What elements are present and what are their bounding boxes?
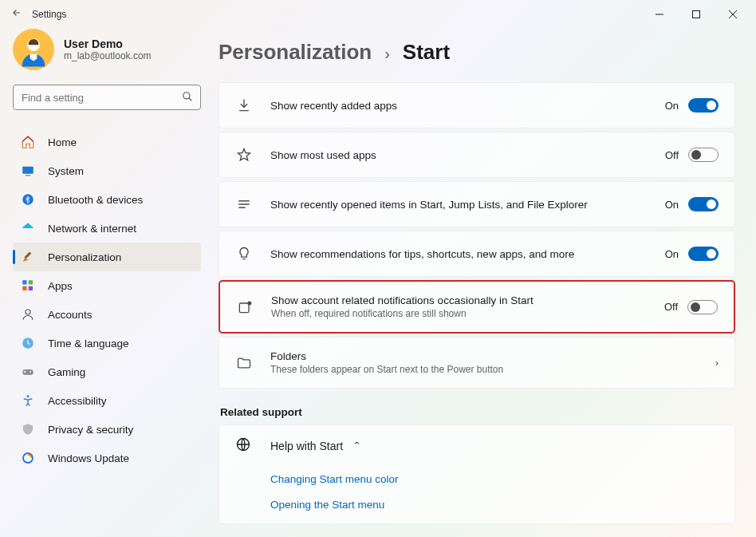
nav-label: Network & internet [48,223,136,235]
breadcrumb-parent[interactable]: Personalization [219,40,372,65]
nav-system[interactable]: System [13,156,201,185]
setting-most-used: Show most used apps Off [219,132,735,178]
accounts-icon [21,307,35,322]
svg-rect-13 [22,280,26,284]
svg-point-21 [30,371,31,373]
accessibility-icon [21,393,35,408]
setting-label: Show recently opened items in Start, Jum… [270,199,665,211]
breadcrumb-current: Start [403,40,450,65]
profile-block[interactable]: User Demo m_lab@outlook.com [13,29,201,85]
search-input[interactable] [13,85,201,110]
system-icon [21,164,35,178]
svg-point-28 [247,301,251,305]
related-support-title: Related support [220,406,735,418]
nav-label: Home [48,136,77,148]
nav-gaming[interactable]: Gaming [13,357,201,386]
notification-card-icon [236,298,254,316]
nav-time[interactable]: Time & language [13,329,201,357]
user-name: User Demo [64,38,152,50]
folder-icon [235,354,253,372]
nav: Home System Bluetooth & devices Network … [13,128,201,472]
nav-accessibility[interactable]: Accessibility [13,386,201,415]
toggle-account-notifications[interactable] [687,300,718,314]
avatar [13,29,54,70]
setting-label: Folders [270,350,706,362]
setting-label: Show account related notifications occas… [271,294,664,306]
minimize-button[interactable] [641,2,678,27]
setting-sublabel: When off, required notifications are sti… [271,308,664,319]
svg-rect-16 [29,286,33,290]
nav-label: System [48,165,84,177]
link-opening-start[interactable]: Opening the Start menu [270,499,384,511]
search-icon [182,91,193,105]
svg-rect-8 [22,167,33,174]
nav-accounts[interactable]: Accounts [13,300,201,329]
window-title: Settings [32,9,66,20]
privacy-icon [21,422,35,436]
svg-rect-15 [22,286,26,290]
chevron-right-icon: › [715,357,719,369]
nav-label: Time & language [48,338,129,349]
main-content: Personalization › Start Show recently ad… [214,29,756,537]
setting-folders[interactable]: Folders These folders appear on Start ne… [219,337,735,389]
download-icon [235,97,253,114]
toggle-state: Off [664,301,678,313]
bulb-icon [235,245,253,263]
nav-personalization[interactable]: Personalization [13,243,201,271]
maximize-button[interactable] [678,2,715,27]
toggle-recommendations[interactable] [688,247,719,261]
toggle-most-used[interactable] [688,148,719,162]
toggle-recently-added[interactable] [688,98,719,113]
link-changing-color[interactable]: Changing Start menu color [270,473,399,485]
update-icon [21,451,35,465]
breadcrumb: Personalization › Start [219,40,735,65]
nav-home[interactable]: Home [13,128,201,156]
setting-recent-items: Show recently opened items in Start, Jum… [219,181,735,227]
chevron-right-icon: › [384,45,390,63]
user-email: m_lab@outlook.com [64,50,152,61]
setting-label: Show recently added apps [270,100,665,112]
svg-point-17 [26,310,30,314]
nav-privacy[interactable]: Privacy & security [13,415,201,444]
toggle-state: On [665,248,679,260]
svg-rect-10 [26,175,30,176]
apps-icon [21,278,35,293]
setting-recently-added: Show recently added apps On [219,82,735,128]
sidebar: User Demo m_lab@outlook.com Home System … [0,29,214,537]
back-button[interactable] [11,7,32,22]
nav-update[interactable]: Windows Update [13,444,201,472]
nav-label: Windows Update [48,452,129,464]
bluetooth-icon [21,192,35,207]
setting-label: Show most used apps [270,149,665,161]
home-icon [21,135,35,149]
personalization-icon [21,250,35,264]
nav-label: Accessibility [48,395,107,407]
svg-line-7 [189,98,192,101]
toggle-state: On [665,100,679,112]
star-icon [235,146,253,164]
titlebar: Settings [0,0,756,29]
nav-apps[interactable]: Apps [13,271,201,300]
setting-account-notifications: Show account related notifications occas… [219,280,735,334]
nav-network[interactable]: Network & internet [13,214,201,243]
nav-label: Apps [48,280,73,292]
setting-sublabel: These folders appear on Start next to th… [270,364,706,375]
help-with-start-row[interactable]: Help with Start ⌃ [219,425,734,466]
setting-label: Show recommendations for tips, shortcuts… [270,248,665,260]
close-button[interactable] [715,2,751,27]
setting-recommendations: Show recommendations for tips, shortcuts… [219,231,735,277]
time-icon [21,336,35,350]
svg-point-6 [183,93,190,99]
toggle-recent-items[interactable] [688,197,719,211]
nav-label: Privacy & security [48,424,133,436]
nav-label: Gaming [48,366,85,378]
list-icon [235,195,253,213]
chevron-up-icon: ⌃ [352,440,361,452]
related-support-card: Help with Start ⌃ Changing Start menu co… [219,424,735,524]
svg-rect-14 [29,280,33,284]
svg-rect-12 [25,252,31,259]
toggle-state: Off [665,149,679,161]
nav-bluetooth[interactable]: Bluetooth & devices [13,185,201,214]
toggle-state: On [665,199,679,211]
svg-point-22 [27,395,30,397]
